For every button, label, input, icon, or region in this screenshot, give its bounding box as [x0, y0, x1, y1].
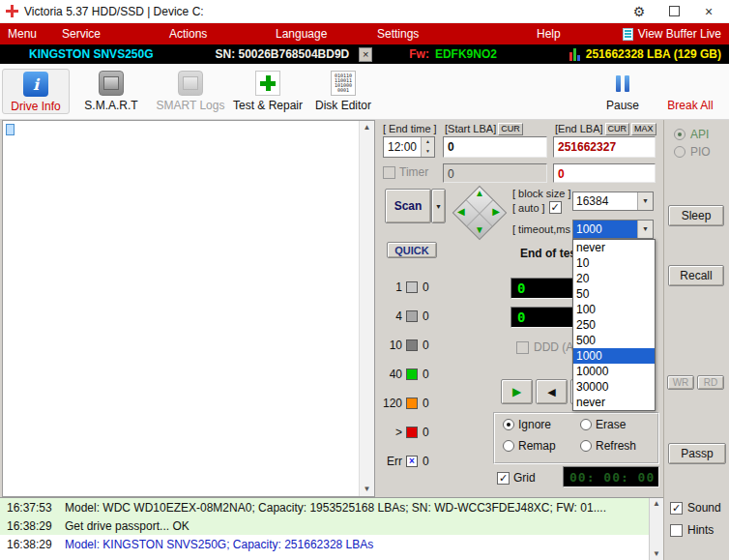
end-time-spinner[interactable]: 12:00 ▲ ▼: [383, 136, 435, 158]
grid-checkbox[interactable]: ✓: [497, 472, 510, 485]
dpad-down-icon[interactable]: ▼: [475, 225, 484, 235]
dpad-right-icon[interactable]: ▶: [492, 207, 500, 217]
canvas-scrollbar[interactable]: ▲ ▼: [359, 121, 374, 496]
menu-item-menu[interactable]: Menu: [0, 23, 54, 44]
erase-radio-row[interactable]: Erase: [580, 418, 626, 431]
side-panel: API PIO Sleep Recall WR RD Passp ✓ Sound…: [663, 120, 729, 560]
scan-button[interactable]: Scan: [385, 189, 431, 223]
recall-button[interactable]: Recall: [668, 265, 724, 286]
refresh-radio-row[interactable]: Refresh: [580, 439, 636, 453]
start-lba-label-text: [Start LBA]: [445, 123, 496, 134]
hints-checkbox-row[interactable]: Hints: [670, 523, 714, 537]
spin-up-icon[interactable]: ▲: [422, 137, 434, 147]
smart-button[interactable]: S.M.A.R.T: [77, 69, 145, 112]
sound-checkbox-row[interactable]: ✓ Sound: [670, 501, 721, 515]
pio-radio-row[interactable]: PIO: [674, 145, 711, 159]
timeout-option[interactable]: 10000: [573, 364, 655, 379]
start-lba-input[interactable]: 0: [443, 136, 547, 158]
start-lba-cur-button[interactable]: CUR: [498, 123, 523, 135]
menu-item-help[interactable]: Help: [529, 23, 587, 44]
stat-value: 0: [423, 280, 429, 294]
erase-radio[interactable]: [580, 419, 592, 430]
stat-value: 0: [423, 455, 429, 468]
api-radio[interactable]: [674, 129, 685, 140]
maximize-button[interactable]: [659, 0, 688, 22]
end-lba-input[interactable]: 251662327: [553, 136, 656, 158]
timer-checkbox[interactable]: [383, 166, 395, 179]
quick-button[interactable]: QUICK: [387, 242, 437, 258]
ignore-radio-row[interactable]: Ignore: [503, 418, 551, 431]
menu-item-service[interactable]: Service: [54, 23, 161, 44]
device-model: KINGSTON SNVS250G: [29, 47, 153, 61]
ignore-radio[interactable]: [503, 419, 514, 430]
timeout-option[interactable]: 500: [573, 333, 655, 348]
break-all-button[interactable]: Break All: [652, 69, 729, 112]
wr-button[interactable]: WR: [667, 375, 694, 390]
auto-checkbox[interactable]: ✓: [549, 201, 562, 214]
binary-icon: 010110 110011 101000 0001: [331, 71, 356, 96]
sound-checkbox[interactable]: ✓: [670, 502, 683, 515]
remap-radio[interactable]: [503, 440, 514, 452]
dpad-left-icon[interactable]: ◀: [457, 207, 465, 217]
menu-item-actions[interactable]: Actions: [161, 23, 268, 44]
chevron-down-icon[interactable]: ▼: [637, 192, 653, 210]
scroll-down-icon[interactable]: ▼: [364, 483, 371, 496]
menu-item-settings[interactable]: Settings: [369, 23, 529, 44]
log-row: 16:38:29 Get drive passport... OK: [0, 516, 663, 535]
view-buffer-live-button[interactable]: View Buffer Live: [623, 27, 729, 41]
previous-button[interactable]: ◀: [536, 379, 568, 404]
timeout-option[interactable]: never: [573, 240, 655, 255]
drive-info-button[interactable]: i Drive Info: [2, 69, 70, 114]
api-label: API: [690, 128, 709, 141]
end-lba-cur-button[interactable]: CUR: [605, 123, 630, 135]
timeout-combo[interactable]: 1000 ▼: [572, 220, 654, 239]
log-message: Model: WDC WD10EZEX-08M2NA0; Capacity: 1…: [65, 501, 606, 515]
timeout-option[interactable]: 250: [573, 317, 655, 333]
timeout-option[interactable]: 10: [573, 255, 655, 271]
refresh-radio[interactable]: [580, 440, 592, 452]
timeout-option[interactable]: 50: [573, 286, 655, 302]
test-surface-canvas: ▲ ▼: [2, 120, 375, 497]
close-button[interactable]: ×: [694, 0, 723, 22]
stat-value: 0: [423, 368, 429, 381]
grid-checkbox-row[interactable]: ✓ Grid: [497, 471, 536, 485]
settings-gear-icon[interactable]: ⚙: [625, 0, 654, 22]
log-scrollbar[interactable]: ▲ ▼: [649, 498, 663, 560]
passport-button[interactable]: Passp: [668, 443, 726, 464]
direction-pad[interactable]: ▲ ▼ ◀ ▶: [451, 184, 507, 240]
stat-row: 10 0: [377, 339, 505, 352]
scroll-down-icon[interactable]: ▼: [653, 548, 660, 560]
ddd-api-checkbox[interactable]: [516, 341, 529, 354]
timeout-option[interactable]: 20: [573, 271, 655, 286]
dpad-up-icon[interactable]: ▲: [475, 189, 484, 198]
end-lba-max-button[interactable]: MAX: [631, 123, 656, 135]
api-radio-row[interactable]: API: [674, 128, 709, 141]
pause-button[interactable]: Pause: [594, 69, 652, 112]
test-repair-button[interactable]: Test & Repair: [234, 69, 302, 112]
pio-radio[interactable]: [674, 146, 685, 158]
serial-close-icon[interactable]: ×: [359, 47, 372, 62]
chevron-down-icon[interactable]: ▼: [637, 221, 653, 238]
rd-button[interactable]: RD: [697, 375, 724, 390]
timeout-option[interactable]: 30000: [573, 379, 655, 395]
scan-dropdown-icon[interactable]: ▼: [431, 189, 446, 223]
timeout-option[interactable]: never: [573, 395, 655, 410]
remap-radio-row[interactable]: Remap: [503, 439, 556, 453]
menu-item-language[interactable]: Language: [268, 23, 369, 44]
hints-checkbox[interactable]: [670, 524, 683, 537]
play-button[interactable]: ▶: [501, 379, 533, 404]
firmware-value: EDFK9NO2: [435, 47, 497, 61]
timeout-option-selected[interactable]: 1000: [573, 348, 655, 364]
scroll-up-icon[interactable]: ▲: [364, 121, 371, 134]
smart-logs-button[interactable]: SMART Logs: [157, 69, 224, 112]
refresh-label: Refresh: [596, 439, 636, 453]
sleep-button[interactable]: Sleep: [668, 205, 724, 226]
block-size-combo[interactable]: 16384 ▼: [572, 192, 654, 211]
scroll-up-icon[interactable]: ▲: [653, 498, 660, 510]
stat-block-gray-light: [406, 281, 418, 293]
spin-down-icon[interactable]: ▼: [422, 147, 434, 157]
timer-remain-field: 0: [553, 163, 656, 183]
smart-logs-icon: [178, 71, 203, 96]
timeout-option[interactable]: 100: [573, 302, 655, 317]
disk-editor-button[interactable]: 010110 110011 101000 0001 Disk Editor: [309, 69, 377, 112]
